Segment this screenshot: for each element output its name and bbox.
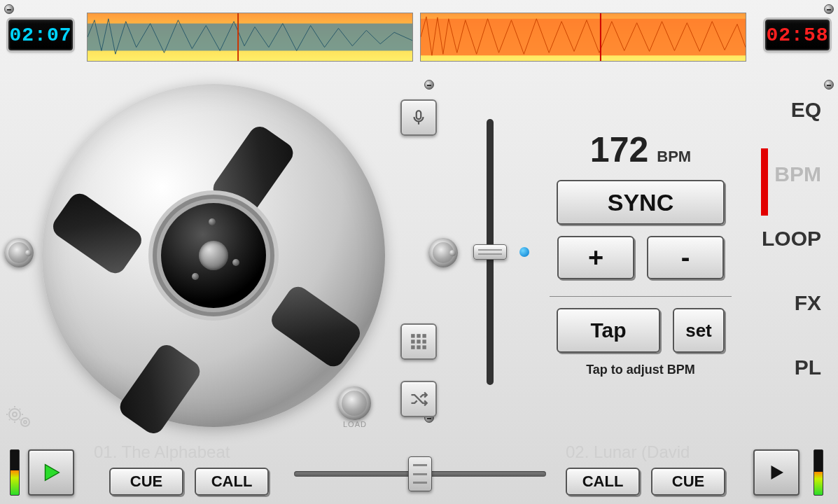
svg-rect-5 bbox=[411, 334, 414, 337]
svg-rect-13 bbox=[422, 345, 426, 349]
deck-b-call-button[interactable]: CALL bbox=[566, 468, 640, 496]
deck-a-waveform[interactable] bbox=[87, 13, 413, 62]
bpm-plus-button[interactable]: + bbox=[557, 236, 634, 279]
bpm-hint: Tap to adjust BPM bbox=[550, 363, 732, 377]
deck-a-call-button[interactable]: CALL bbox=[195, 468, 269, 496]
tab-bpm[interactable]: BPM bbox=[762, 162, 821, 186]
deck-a-time-display: 02:07 bbox=[8, 20, 73, 50]
screw-panel-tl bbox=[424, 80, 434, 90]
pitch-center-dot bbox=[519, 247, 529, 257]
bpm-panel: 172 BPM SYNC + - Tap set Tap to adjust B… bbox=[550, 130, 732, 377]
grid-button[interactable] bbox=[400, 323, 437, 360]
svg-rect-9 bbox=[417, 340, 420, 343]
screw-tl bbox=[4, 4, 14, 14]
deck-b-cue-button[interactable]: CUE bbox=[651, 468, 725, 496]
shuffle-button[interactable] bbox=[400, 381, 437, 417]
deck-a-side-knob[interactable] bbox=[4, 238, 34, 267]
svg-point-15 bbox=[13, 412, 17, 416]
deck-b-side-knob[interactable] bbox=[428, 238, 458, 267]
transport-bar: 01. The Alphabeat CUE CALL 02. Lunar (Da… bbox=[0, 440, 838, 504]
deck-b-waveform[interactable] bbox=[420, 13, 746, 62]
deck-a-play-button[interactable] bbox=[28, 449, 74, 496]
pitch-slider[interactable] bbox=[483, 119, 497, 385]
tab-pl[interactable]: PL bbox=[762, 356, 821, 379]
svg-point-16 bbox=[21, 418, 29, 426]
deck-b-time-display: 02:58 bbox=[765, 20, 830, 50]
svg-rect-8 bbox=[411, 340, 414, 343]
mic-button[interactable] bbox=[400, 99, 437, 136]
settings-icon[interactable] bbox=[6, 405, 32, 434]
set-button[interactable]: set bbox=[673, 308, 725, 353]
deck-b-track-title: 02. Lunar (David bbox=[566, 442, 690, 462]
load-label: LOAD bbox=[343, 420, 367, 428]
svg-rect-7 bbox=[422, 334, 426, 337]
deck-a-cue-button[interactable]: CUE bbox=[109, 468, 183, 496]
crossfader[interactable] bbox=[294, 463, 546, 484]
tab-fx[interactable]: FX bbox=[762, 291, 821, 315]
deck-b-play-button[interactable] bbox=[753, 449, 799, 496]
deck-b-vu-meter bbox=[813, 449, 823, 496]
load-knob[interactable] bbox=[337, 386, 371, 420]
tab-loop[interactable]: LOOP bbox=[762, 227, 821, 251]
svg-rect-11 bbox=[411, 345, 414, 349]
deck-a-track-title: 01. The Alphabeat bbox=[94, 442, 230, 462]
svg-rect-10 bbox=[422, 340, 426, 343]
bpm-value: 172 bbox=[590, 130, 648, 170]
screw-panel-tr bbox=[824, 80, 834, 90]
deck-a-vu-meter bbox=[10, 449, 20, 496]
tab-eq[interactable]: EQ bbox=[762, 98, 821, 122]
sync-button[interactable]: SYNC bbox=[557, 180, 725, 225]
svg-point-14 bbox=[9, 409, 20, 420]
bpm-minus-button[interactable]: - bbox=[647, 236, 724, 279]
svg-rect-4 bbox=[417, 111, 421, 119]
screw-tr bbox=[824, 4, 834, 14]
svg-rect-12 bbox=[417, 345, 420, 349]
svg-point-17 bbox=[24, 421, 27, 424]
svg-rect-2 bbox=[421, 19, 746, 55]
svg-rect-6 bbox=[417, 334, 420, 337]
jog-wheel[interactable] bbox=[42, 84, 385, 427]
bpm-unit: BPM bbox=[657, 148, 691, 166]
side-tabs: EQ BPM LOOP FX PL bbox=[762, 98, 821, 379]
tap-button[interactable]: Tap bbox=[557, 308, 660, 353]
